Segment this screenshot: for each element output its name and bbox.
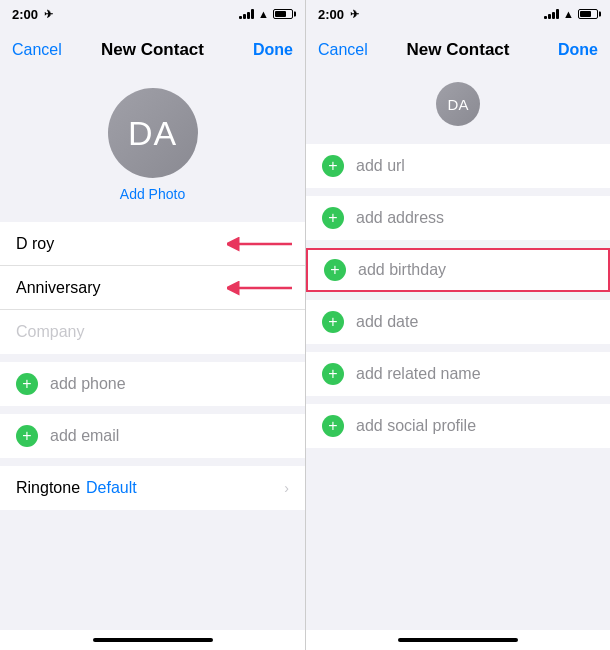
add-date-section: + add date [306,300,610,344]
status-bar-left: 2:00 ✈ ▲ [0,0,305,28]
nav-bar-right: Cancel New Contact Done [306,28,610,72]
nav-bar-left: Cancel New Contact Done [0,28,305,72]
avatar-circle-left[interactable]: DA [108,88,198,178]
content-left: DA Add Photo D roy Annivers [0,72,305,630]
arrow-name-left [227,234,297,254]
add-social-section: + add social profile [306,404,610,448]
wifi-icon-left: ▲ [258,8,269,20]
status-icons-right: ▲ [544,8,598,20]
airplane-left: ✈ [44,8,53,21]
add-related-plus-icon: + [322,363,344,385]
separator-r2 [306,188,610,196]
cancel-button-left[interactable]: Cancel [12,41,62,59]
add-phone-plus-icon: + [16,373,38,395]
separator-r4 [306,292,610,300]
ringtone-row[interactable]: Ringtone Default › [0,466,305,510]
signal-bar-r1 [544,16,547,19]
signal-bar-r2 [548,14,551,19]
add-url-section: + add url [306,144,610,188]
separator-4 [0,458,305,466]
avatar-initials-small-right: DA [448,96,469,113]
signal-bar-4 [251,9,254,19]
ringtone-label: Ringtone [16,479,86,497]
separator-r6 [306,396,610,404]
avatar-initials-left: DA [128,114,177,153]
name-value-left: D roy [16,235,54,253]
ringtone-section: Ringtone Default › [0,466,305,510]
page-title-right: New Contact [407,40,510,60]
arrow-anniversary-left [227,278,297,298]
separator-5 [0,510,305,518]
wifi-icon-right: ▲ [563,8,574,20]
right-screen: 2:00 ✈ ▲ Cancel New Contact Done DA [305,0,610,650]
done-button-left[interactable]: Done [253,41,293,59]
signal-bar-1 [239,16,242,19]
done-button-right[interactable]: Done [558,41,598,59]
add-phone-label: add phone [50,375,126,393]
airplane-right: ✈ [350,8,359,21]
separator-r5 [306,344,610,352]
battery-icon-left [273,9,293,19]
time-right: 2:00 [318,7,344,22]
add-date-plus-icon: + [322,311,344,333]
add-date-label: add date [356,313,418,331]
home-indicator-left [0,630,305,650]
add-related-row[interactable]: + add related name [306,352,610,396]
anniversary-value-left: Anniversary [16,279,100,297]
signal-bars-left [239,9,254,19]
add-social-label: add social profile [356,417,476,435]
add-social-row[interactable]: + add social profile [306,404,610,448]
avatar-section-left: DA Add Photo [0,72,305,214]
signal-bars-right [544,9,559,19]
separator-1 [0,214,305,222]
separator-3 [0,406,305,414]
name-row-left[interactable]: D roy [0,222,305,266]
add-url-row[interactable]: + add url [306,144,610,188]
ringtone-value: Default [86,479,284,497]
signal-bar-2 [243,14,246,19]
company-row-left[interactable]: Company [0,310,305,354]
add-phone-section: + add phone [0,362,305,406]
signal-bar-r4 [556,9,559,19]
ringtone-chevron-icon: › [284,480,289,496]
page-title-left: New Contact [101,40,204,60]
separator-r1 [306,136,610,144]
time-left: 2:00 [12,7,38,22]
separator-2 [0,354,305,362]
cancel-button-right[interactable]: Cancel [318,41,368,59]
separator-r7 [306,448,610,456]
battery-icon-right [578,9,598,19]
avatar-small-right[interactable]: DA [436,82,480,126]
content-right: DA + add url + add address [306,72,610,630]
status-time-left: 2:00 ✈ [12,7,53,22]
separator-r3 [306,240,610,248]
status-icons-left: ▲ [239,8,293,20]
add-address-plus-icon: + [322,207,344,229]
home-indicator-right [306,630,610,650]
battery-fill-right [580,11,591,17]
add-url-label: add url [356,157,405,175]
anniversary-row-left[interactable]: Anniversary [0,266,305,310]
add-social-plus-icon: + [322,415,344,437]
company-placeholder-left: Company [16,323,84,341]
signal-bar-3 [247,12,250,19]
signal-bar-r3 [552,12,555,19]
add-birthday-row[interactable]: + add birthday [306,248,610,292]
add-birthday-section: + add birthday [306,248,610,292]
add-email-label: add email [50,427,119,445]
add-email-plus-icon: + [16,425,38,447]
add-birthday-label: add birthday [358,261,446,279]
add-email-row[interactable]: + add email [0,414,305,458]
home-bar-right [398,638,518,642]
name-section-left: D roy Anniversary [0,222,305,354]
add-phone-row[interactable]: + add phone [0,362,305,406]
status-time-right: 2:00 ✈ [318,7,359,22]
add-address-row[interactable]: + add address [306,196,610,240]
battery-fill-left [275,11,286,17]
add-photo-button-left[interactable]: Add Photo [120,186,185,202]
status-bar-right: 2:00 ✈ ▲ [306,0,610,28]
add-address-section: + add address [306,196,610,240]
home-bar-left [93,638,213,642]
add-related-section: + add related name [306,352,610,396]
add-date-row[interactable]: + add date [306,300,610,344]
